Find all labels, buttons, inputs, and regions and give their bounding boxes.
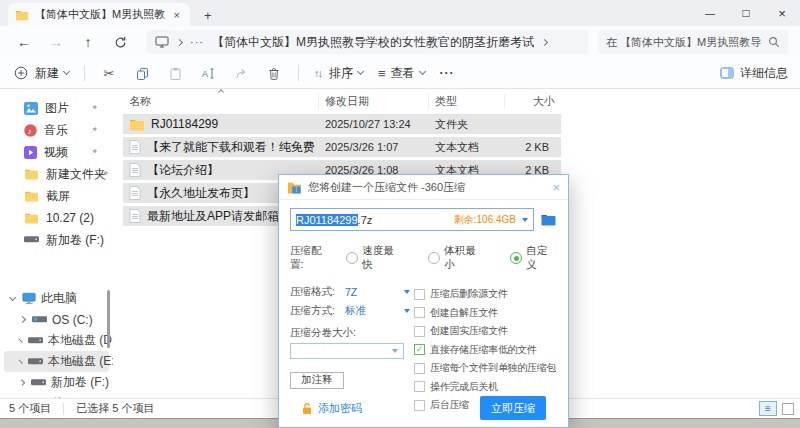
column-header-type[interactable]: 类型: [429, 94, 505, 109]
breadcrumb-overflow[interactable]: ···: [190, 36, 204, 48]
chevron-right-icon[interactable]: [19, 379, 25, 385]
pin-icon: [90, 104, 98, 112]
sort-button[interactable]: ↑↓ 排序: [314, 65, 363, 82]
maximize-button[interactable]: □: [728, 6, 764, 20]
back-button[interactable]: ←: [8, 34, 40, 50]
new-tab-button[interactable]: +: [204, 9, 212, 22]
close-button[interactable]: ×: [764, 6, 800, 21]
folder-icon: [129, 118, 145, 131]
dialog-checkbox-column: 压缩后删除源文件 创建自解压文件 创建固实压缩文件 直接存储压缩率低的文件: [414, 284, 557, 389]
minimize-button[interactable]: —: [692, 8, 728, 19]
checkbox-checked-icon: [414, 344, 425, 355]
chevron-down-icon[interactable]: [9, 293, 16, 300]
sidebar-item-pictures[interactable]: 图片: [0, 97, 113, 119]
radio-smallest[interactable]: 体积最小: [428, 244, 485, 272]
folder-icon: [24, 190, 39, 202]
chevron-down-icon: [392, 349, 398, 353]
drive-icon: [28, 358, 43, 366]
split-size-dropdown[interactable]: [290, 343, 404, 359]
new-button[interactable]: 新建: [12, 65, 69, 82]
chevron-right-icon[interactable]: [18, 338, 22, 342]
column-header-name[interactable]: 名称: [123, 94, 319, 109]
chevron-right-icon[interactable]: [18, 359, 22, 363]
sort-arrows-icon: ↑↓: [314, 67, 321, 79]
sidebar-item-drive-f-tree[interactable]: 新加卷 (F:): [4, 372, 109, 393]
sidebar-item-label: 本地磁盘 (D:): [48, 332, 113, 349]
search-icon: [768, 36, 780, 48]
rename-icon[interactable]: A: [199, 67, 217, 80]
address-bar[interactable]: ··· 【简体中文版】M男执照教导学校的女性教官的阴茎折磨考试: [146, 30, 588, 54]
copy-icon[interactable]: [133, 67, 151, 80]
large-icons-view-toggle[interactable]: [782, 403, 794, 415]
sidebar-item-disk-d[interactable]: 本地磁盘 (D:): [4, 330, 109, 351]
paste-icon[interactable]: [166, 67, 184, 80]
text-file-icon: [129, 186, 141, 200]
chevron-down-icon: [404, 309, 410, 313]
sidebar-item-videos[interactable]: 视频: [0, 141, 113, 163]
zip-folder-icon: [287, 181, 302, 194]
radio-custom[interactable]: 自定义: [510, 244, 557, 272]
browse-folder-icon[interactable]: [540, 213, 557, 226]
view-toggles: ≡: [759, 401, 794, 416]
sidebar-scrollbar[interactable]: [107, 290, 110, 348]
refresh-icon[interactable]: [104, 36, 136, 49]
add-comment-button[interactable]: 加注释: [290, 372, 344, 389]
filename-input[interactable]: RJ01184299 .7z 剩余:106.4GB: [290, 208, 534, 231]
forward-button[interactable]: →: [40, 34, 72, 50]
file-row[interactable]: RJ01184299 2025/10/27 13:24 文件夹: [123, 114, 561, 134]
option-store-low-ratio[interactable]: 直接存储压缩率低的文件: [414, 343, 557, 357]
option-separate-archives[interactable]: 压缩每个文件到单独的压缩包: [414, 361, 557, 375]
radio-fastest[interactable]: 速度最快: [346, 244, 403, 272]
delete-icon[interactable]: [265, 67, 283, 80]
details-pane-button[interactable]: 详细信息: [720, 65, 788, 82]
chevron-right-icon[interactable]: [19, 316, 26, 323]
cut-icon[interactable]: ✂: [100, 66, 118, 81]
compress-now-button[interactable]: 立即压缩: [480, 396, 546, 420]
file-name: 【来了就能下载和观看！纯免费！】: [147, 139, 319, 156]
file-row[interactable]: 【来了就能下载和观看！纯免费！】 2025/3/26 1:07 文本文档 2 K…: [123, 137, 561, 157]
column-header-date[interactable]: 修改日期: [319, 94, 429, 109]
format-dropdown[interactable]: 压缩格式: 7Z: [290, 284, 414, 301]
search-input[interactable]: 在 【简体中文版】M男执照教导: [598, 30, 788, 54]
view-button[interactable]: ≡ 查看: [378, 65, 425, 82]
sidebar-item-disk-e[interactable]: 本地磁盘 (E:): [4, 351, 109, 372]
sidebar-item-label: 10.27 (2): [46, 211, 94, 225]
breadcrumb-chevron-icon: [176, 38, 183, 45]
sidebar-item-screenshots[interactable]: 截屏: [0, 185, 113, 207]
tab-close-icon[interactable]: ×: [171, 9, 183, 21]
sidebar-item-music[interactable]: ♪ 音乐: [0, 119, 113, 141]
breadcrumb-path[interactable]: 【简体中文版】M男执照教导学校的女性教官的阴茎折磨考试: [212, 34, 534, 51]
new-button-label: 新建: [35, 65, 59, 82]
sidebar-item-label: 新建文件夹: [46, 166, 106, 183]
status-divider: [63, 403, 64, 415]
sidebar-item-label: 此电脑: [41, 290, 77, 307]
option-delete-source[interactable]: 压缩后删除源文件: [414, 287, 557, 301]
sidebar-pinned-section: 图片 ♪ 音乐 视频 新建文件夹: [0, 97, 113, 251]
plus-circle-icon: [12, 66, 30, 80]
sidebar-item-label: 图片: [45, 100, 69, 117]
add-password-link[interactable]: 添加密码: [301, 401, 362, 416]
dialog-options-area: 压缩格式: 7Z 压缩方式: 标准 压缩分卷大小: 加注释: [290, 284, 557, 389]
dialog-title-bar[interactable]: 您将创建一个压缩文件 -360压缩 ×: [279, 175, 568, 200]
dialog-close-icon[interactable]: ×: [552, 181, 560, 194]
explorer-tab[interactable]: 【简体中文版】M男执照教导学 ×: [8, 3, 190, 26]
share-icon[interactable]: [232, 67, 250, 80]
more-options-button[interactable]: ···: [440, 66, 455, 80]
up-button[interactable]: ↑: [72, 34, 104, 50]
filename-selected-text: RJ01184299: [296, 214, 358, 226]
method-dropdown[interactable]: 压缩方式: 标准: [290, 303, 414, 320]
column-header-size[interactable]: 大小: [505, 94, 561, 109]
sidebar-item-1027[interactable]: 10.27 (2): [0, 207, 113, 229]
drive-icon: [28, 337, 43, 345]
sidebar-item-drive-f[interactable]: 新加卷 (F:): [0, 229, 113, 251]
sidebar-item-os-c[interactable]: OS (C:): [4, 309, 109, 330]
sidebar-item-new-folder[interactable]: 新建文件夹: [0, 163, 113, 185]
window-controls: — □ ×: [692, 0, 800, 26]
chevron-down-icon[interactable]: [522, 218, 528, 222]
option-solid-archive[interactable]: 创建固实压缩文件: [414, 324, 557, 338]
dialog-title: 您将创建一个压缩文件 -360压缩: [308, 180, 465, 195]
list-view-toggle[interactable]: ≡: [759, 401, 777, 416]
sidebar-item-this-pc[interactable]: 此电脑: [4, 288, 109, 309]
lock-icon: [301, 402, 313, 415]
option-self-extract[interactable]: 创建自解压文件: [414, 306, 557, 320]
